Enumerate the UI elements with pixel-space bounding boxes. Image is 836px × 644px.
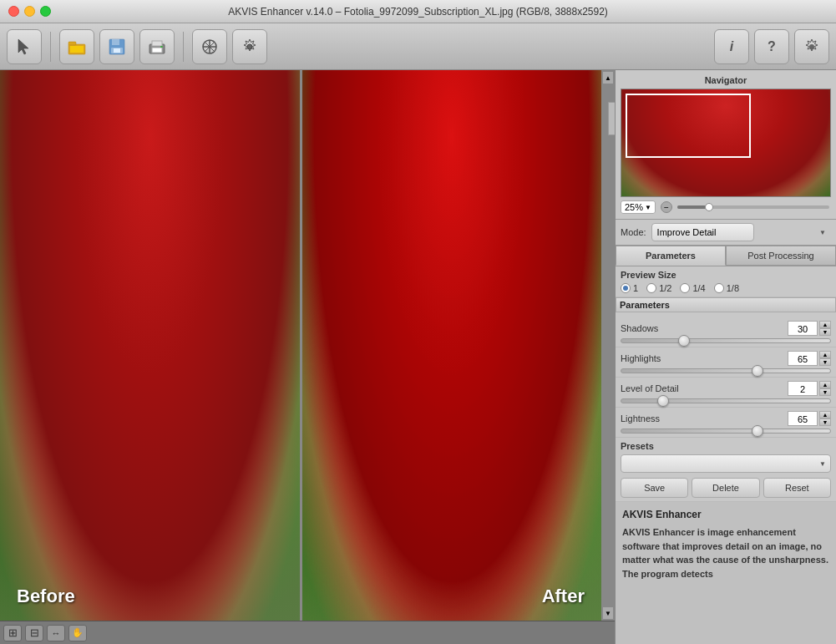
lightness-param-row: Lightness 65 ▲ ▼ bbox=[616, 408, 836, 438]
highlights-thumb[interactable] bbox=[752, 365, 763, 377]
zoom-in-button[interactable]: ⊟ bbox=[25, 625, 43, 641]
radio-1-circle[interactable] bbox=[621, 283, 631, 293]
help-title: AKVIS Enhancer bbox=[622, 509, 829, 520]
help-section: AKVIS Enhancer AKVIS Enhancer is image e… bbox=[616, 502, 836, 644]
title-bar: AKVIS Enhancer v.14.0 – Fotolia_9972099_… bbox=[0, 0, 836, 23]
highlights-value[interactable]: 65 bbox=[788, 351, 818, 366]
fit-view-button[interactable]: ↔ bbox=[47, 625, 65, 641]
help-text-bold: AKVIS Enhancer is image enhancement soft… bbox=[622, 527, 828, 579]
level-of-detail-value-box: 2 ▲ ▼ bbox=[788, 381, 831, 396]
level-of-detail-thumb[interactable] bbox=[657, 395, 669, 407]
highlights-slider[interactable] bbox=[621, 368, 831, 373]
toolbar-separator-1 bbox=[50, 32, 51, 62]
zoom-out-button[interactable]: ⊞ bbox=[3, 625, 22, 641]
radio-half-circle[interactable] bbox=[646, 283, 656, 293]
zoom-slider-fill bbox=[677, 205, 707, 209]
lightness-label: Lightness bbox=[621, 413, 660, 423]
print-button[interactable] bbox=[139, 29, 175, 64]
help-button[interactable]: ? bbox=[754, 29, 789, 64]
image-divider[interactable] bbox=[300, 70, 302, 621]
preview-size-eighth[interactable]: 1/8 bbox=[714, 283, 739, 293]
level-of-detail-value[interactable]: 2 bbox=[788, 381, 818, 396]
scroll-up-button[interactable]: ▲ bbox=[602, 71, 614, 84]
lightness-header: Lightness 65 ▲ ▼ bbox=[621, 411, 831, 426]
hand-tool-button[interactable] bbox=[192, 29, 227, 64]
navigator-thumbnail[interactable] bbox=[621, 89, 831, 197]
svg-rect-2 bbox=[68, 42, 76, 45]
zoom-minus-button[interactable]: − bbox=[661, 201, 672, 213]
level-of-detail-label: Level of Detail bbox=[621, 383, 679, 393]
after-label: After bbox=[542, 586, 585, 607]
preview-size-1[interactable]: 1 bbox=[621, 283, 638, 293]
presets-select[interactable] bbox=[621, 454, 831, 473]
shadows-slider[interactable] bbox=[621, 338, 831, 343]
bottom-toolbar: ⊞ ⊟ ↔ ✋ bbox=[0, 621, 615, 644]
reset-preset-button[interactable]: Reset bbox=[763, 478, 831, 498]
zoom-dropdown-arrow[interactable]: ▼ bbox=[645, 204, 651, 211]
shadows-thumb[interactable] bbox=[678, 335, 690, 347]
lightness-decrement[interactable]: ▼ bbox=[819, 418, 831, 426]
preview-size-section: Preview Size 1 1/2 1/4 1/8 bbox=[616, 266, 836, 297]
maximize-button[interactable] bbox=[40, 6, 51, 17]
lightness-thumb[interactable] bbox=[752, 425, 763, 437]
scroll-thumb[interactable] bbox=[608, 102, 615, 135]
highlights-header: Highlights 65 ▲ ▼ bbox=[621, 351, 831, 366]
presets-select-wrapper bbox=[621, 454, 831, 473]
shadows-value-box: 30 ▲ ▼ bbox=[788, 321, 831, 336]
preferences-button[interactable] bbox=[794, 29, 829, 64]
preview-size-quarter-label: 1/4 bbox=[692, 283, 705, 293]
presets-buttons: Save Delete Reset bbox=[621, 478, 831, 498]
save-preset-button[interactable]: Save bbox=[621, 478, 688, 498]
navigator-title: Navigator bbox=[621, 75, 831, 85]
svg-marker-0 bbox=[18, 39, 28, 54]
zoom-value: 25% bbox=[625, 202, 643, 212]
highlights-decrement[interactable]: ▼ bbox=[819, 358, 831, 366]
scroll-down-button[interactable]: ▼ bbox=[602, 606, 614, 620]
right-panel: Navigator 25% ▼ − Mode: bbox=[615, 70, 836, 644]
lightness-value[interactable]: 65 bbox=[788, 411, 818, 426]
tab-parameters[interactable]: Parameters bbox=[616, 246, 726, 266]
before-image: Before bbox=[0, 70, 300, 621]
level-of-detail-slider[interactable] bbox=[621, 398, 831, 403]
level-of-detail-increment[interactable]: ▲ bbox=[819, 381, 831, 388]
shadows-value[interactable]: 30 bbox=[788, 321, 818, 336]
level-of-detail-decrement[interactable]: ▼ bbox=[819, 388, 831, 396]
settings-button[interactable] bbox=[232, 29, 267, 64]
zoom-slider[interactable] bbox=[677, 205, 829, 209]
radio-quarter-circle[interactable] bbox=[680, 283, 690, 293]
tabs: Parameters Post Processing bbox=[616, 246, 836, 266]
delete-preset-button[interactable]: Delete bbox=[692, 478, 759, 498]
mode-label: Mode: bbox=[621, 227, 646, 237]
close-button[interactable] bbox=[8, 6, 19, 17]
svg-rect-9 bbox=[152, 41, 162, 46]
preview-size-quarter[interactable]: 1/4 bbox=[680, 283, 705, 293]
lightness-increment[interactable]: ▲ bbox=[819, 411, 831, 418]
shadows-param-row: Shadows 30 ▲ ▼ bbox=[616, 317, 836, 347]
zoom-slider-thumb[interactable] bbox=[705, 203, 713, 211]
preview-size-half[interactable]: 1/2 bbox=[646, 283, 671, 293]
pan-button[interactable]: ✋ bbox=[68, 625, 87, 641]
lightness-slider[interactable] bbox=[621, 428, 831, 434]
zoom-decrement[interactable]: − bbox=[661, 201, 672, 213]
save-file-button[interactable] bbox=[99, 29, 134, 64]
highlights-increment[interactable]: ▲ bbox=[819, 351, 831, 358]
preview-size-title: Preview Size bbox=[621, 270, 831, 280]
traffic-lights bbox=[8, 6, 51, 17]
main-content: Before After ▲ ▼ ⊞ ⊟ ↔ ✋ bbox=[0, 70, 836, 644]
vertical-scrollbar[interactable]: ▲ ▼ bbox=[601, 70, 615, 621]
mode-select[interactable]: Improve Detail Enhance Shadows Enhance H… bbox=[651, 223, 754, 241]
main-toolbar: i ? bbox=[0, 23, 836, 70]
open-file-button[interactable] bbox=[59, 29, 94, 64]
shadows-decrement[interactable]: ▼ bbox=[819, 328, 831, 336]
cursor-tool-button[interactable] bbox=[7, 29, 42, 64]
svg-rect-5 bbox=[112, 39, 119, 45]
info-button[interactable]: i bbox=[714, 29, 749, 64]
radio-eighth-circle[interactable] bbox=[714, 283, 724, 293]
image-container: Before After ▲ ▼ bbox=[0, 70, 615, 621]
shadows-increment[interactable]: ▲ bbox=[819, 321, 831, 328]
svg-rect-7 bbox=[114, 48, 120, 53]
minimize-button[interactable] bbox=[24, 6, 35, 17]
mode-row: Mode: Improve Detail Enhance Shadows Enh… bbox=[616, 220, 836, 246]
tab-post-processing[interactable]: Post Processing bbox=[726, 246, 836, 266]
level-of-detail-header: Level of Detail 2 ▲ ▼ bbox=[621, 381, 831, 396]
